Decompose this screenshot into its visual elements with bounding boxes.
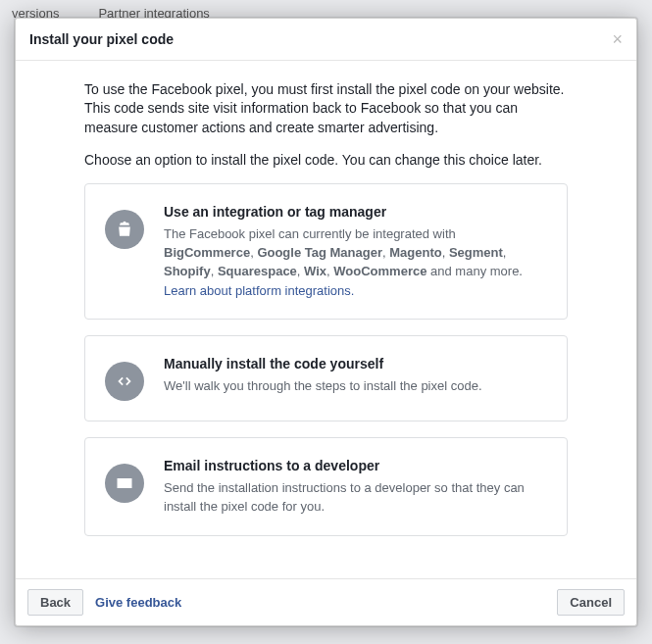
- option-manual[interactable]: Manually install the code yourself We'll…: [84, 335, 568, 421]
- learn-integrations-link[interactable]: Learn about platform integrations.: [164, 283, 354, 298]
- option-integration[interactable]: Use an integration or tag manager The Fa…: [84, 183, 568, 320]
- modal-header: Install your pixel code ×: [16, 19, 636, 61]
- back-button[interactable]: Back: [27, 589, 83, 616]
- code-icon: [105, 362, 144, 401]
- cancel-button[interactable]: Cancel: [557, 589, 625, 616]
- install-pixel-modal: Install your pixel code × To use the Fac…: [15, 18, 637, 626]
- give-feedback-link[interactable]: Give feedback: [95, 595, 181, 610]
- option-integration-title: Use an integration or tag manager: [164, 204, 543, 220]
- close-icon[interactable]: ×: [612, 30, 623, 48]
- modal-title: Install your pixel code: [29, 31, 174, 47]
- option-integration-desc: The Facebook pixel can currently be inte…: [164, 225, 543, 281]
- option-manual-desc: We'll walk you through the steps to inst…: [164, 377, 482, 396]
- option-email-desc: Send the installation instructions to a …: [164, 479, 543, 517]
- shopping-bag-icon: [105, 210, 144, 249]
- option-email-content: Email instructions to a developer Send t…: [164, 458, 543, 517]
- option-email[interactable]: Email instructions to a developer Send t…: [84, 437, 568, 537]
- option-email-title: Email instructions to a developer: [164, 458, 543, 473]
- envelope-icon: [105, 464, 144, 503]
- intro-paragraph-2: Choose an option to install the pixel co…: [84, 151, 568, 170]
- install-options: Use an integration or tag manager The Fa…: [84, 183, 568, 536]
- intro-paragraph-1: To use the Facebook pixel, you must firs…: [84, 80, 568, 137]
- modal-body: To use the Facebook pixel, you must firs…: [16, 61, 636, 578]
- option-integration-content: Use an integration or tag manager The Fa…: [164, 204, 543, 299]
- option-manual-content: Manually install the code yourself We'll…: [164, 356, 482, 396]
- modal-footer: Back Give feedback Cancel: [16, 578, 636, 625]
- option-manual-title: Manually install the code yourself: [164, 356, 482, 372]
- intro-text: To use the Facebook pixel, you must firs…: [84, 80, 568, 170]
